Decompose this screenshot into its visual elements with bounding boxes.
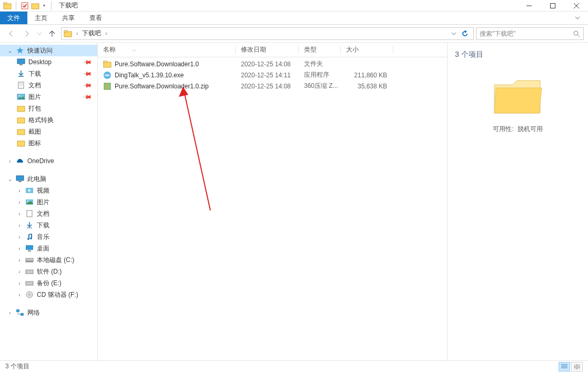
qat-dropdown-icon[interactable]: ▾ <box>42 2 47 10</box>
svg-rect-12 <box>17 59 25 64</box>
nav-up-button[interactable] <box>45 27 59 41</box>
ribbon-tab-share[interactable]: 共享 <box>55 12 82 24</box>
ribbon: 文件 主页 共享 查看 <box>0 12 588 25</box>
sidebar-item-desktop[interactable]: Desktop📌 <box>0 56 97 68</box>
column-header-date[interactable]: 修改日期 <box>236 43 299 57</box>
sidebar-item-downloads[interactable]: 下载📌 <box>0 68 97 79</box>
sidebar-item-drive-c[interactable]: ›本地磁盘 (C:) <box>0 254 97 266</box>
sidebar-quick-access[interactable]: ⌄ 快速访问 <box>0 45 97 56</box>
caret-right-icon: › <box>17 199 22 205</box>
cd-drive-icon <box>25 290 34 299</box>
sidebar-item-drive-e[interactable]: ›备份 (E:) <box>0 277 97 289</box>
column-header-type[interactable]: 类型 <box>299 43 341 57</box>
sidebar-item-videos[interactable]: ›视频 <box>0 185 97 196</box>
file-date: 2020-12-25 14:08 <box>236 61 299 68</box>
caret-right-icon: › <box>7 158 13 164</box>
file-row[interactable]: Pure.Software.Downloader1.0.zip 2020-12-… <box>98 81 447 92</box>
file-date: 2020-12-25 14:08 <box>236 83 299 90</box>
sidebar-label: 视频 <box>37 186 49 195</box>
sidebar-item-folder[interactable]: 格式转换 <box>0 114 97 126</box>
separator <box>51 2 52 10</box>
svg-rect-45 <box>107 83 108 89</box>
svg-line-11 <box>577 35 580 37</box>
ribbon-expand-icon[interactable] <box>567 12 588 24</box>
svg-rect-9 <box>64 31 67 32</box>
main-area: ⌄ 快速访问 Desktop📌 下载📌 文档📌 图片📌 打包 格式转换 截图 图… <box>0 43 588 360</box>
qat-newfolder-icon[interactable] <box>31 2 39 10</box>
breadcrumb-dropdown-icon[interactable] <box>449 27 459 41</box>
sidebar-item-drive-f[interactable]: ›CD 驱动器 (F:) <box>0 289 97 300</box>
column-headers: 名称︿ 修改日期 类型 大小 <box>98 43 447 57</box>
minimize-button[interactable] <box>517 0 541 12</box>
file-size: 211,860 KB <box>341 72 393 79</box>
svg-point-28 <box>27 200 29 202</box>
sidebar-label: 软件 (D:) <box>37 267 62 276</box>
search-input[interactable] <box>480 30 573 37</box>
view-details-button[interactable] <box>559 362 570 371</box>
downloads-icon <box>25 221 34 229</box>
column-header-size[interactable]: 大小 <box>341 43 393 57</box>
sidebar-item-documents[interactable]: 文档📌 <box>0 79 97 91</box>
pin-icon: 📌 <box>82 57 92 67</box>
nav-history-dropdown[interactable] <box>36 27 43 41</box>
exe-icon <box>103 71 111 79</box>
refresh-icon[interactable] <box>459 30 471 37</box>
sidebar-item-folder[interactable]: 图标 <box>0 137 97 149</box>
sidebar-this-pc[interactable]: ⌄此电脑 <box>0 173 97 185</box>
svg-rect-29 <box>27 210 32 217</box>
nav-back-button[interactable] <box>4 27 18 41</box>
sidebar-label: 格式转换 <box>28 116 54 125</box>
documents-icon <box>25 209 34 218</box>
sidebar-label: 备份 (E:) <box>37 279 62 288</box>
nav-forward-button[interactable] <box>20 27 34 41</box>
sidebar-onedrive[interactable]: ›OneDrive <box>0 155 97 167</box>
column-header-name[interactable]: 名称︿ <box>98 43 236 57</box>
sidebar-item-desktop2[interactable]: ›桌面 <box>0 243 97 254</box>
sidebar-item-pictures2[interactable]: ›图片 <box>0 196 97 208</box>
file-name: Pure.Software.Downloader1.0.zip <box>115 83 209 90</box>
caret-right-icon: › <box>17 211 22 217</box>
sidebar-label: 图片 <box>28 93 41 102</box>
sidebar-item-folder[interactable]: 打包 <box>0 103 97 114</box>
cloud-icon <box>16 157 24 165</box>
view-thumbnails-button[interactable] <box>571 362 583 371</box>
svg-rect-51 <box>574 367 576 369</box>
downloads-icon <box>17 69 25 78</box>
details-count: 3 个项目 <box>455 50 581 59</box>
sidebar-label: OneDrive <box>27 157 54 165</box>
details-availability: 可用性: 脱机可用 <box>455 125 581 134</box>
sidebar-item-music[interactable]: ›音乐 <box>0 231 97 243</box>
sidebar-item-documents2[interactable]: ›文档 <box>0 208 97 219</box>
sidebar-item-folder[interactable]: 截图 <box>0 126 97 137</box>
sidebar-network[interactable]: ›网络 <box>0 307 97 318</box>
svg-rect-21 <box>17 118 25 123</box>
sidebar-item-drive-d[interactable]: ›软件 (D:) <box>0 266 97 277</box>
sidebar-item-downloads2[interactable]: ›下载 <box>0 219 97 231</box>
file-type: 360压缩 Z... <box>299 82 341 91</box>
caret-right-icon: › <box>17 223 22 228</box>
file-row[interactable]: DingTalk_v5.1.39.10.exe 2020-12-25 14:11… <box>98 69 447 81</box>
ribbon-tab-file[interactable]: 文件 <box>0 12 27 24</box>
close-button[interactable] <box>564 0 588 12</box>
svg-point-10 <box>574 31 578 35</box>
qat-properties-icon[interactable] <box>21 2 29 10</box>
ribbon-tab-view[interactable]: 查看 <box>82 12 109 24</box>
pictures-icon <box>17 93 25 101</box>
svg-point-38 <box>29 294 31 296</box>
sidebar-label: 图片 <box>37 198 49 207</box>
maximize-button[interactable] <box>541 0 564 12</box>
chevron-right-icon[interactable]: › <box>103 31 109 36</box>
caret-right-icon: › <box>17 188 22 194</box>
sidebar-item-pictures[interactable]: 图片📌 <box>0 91 97 103</box>
ribbon-tab-home[interactable]: 主页 <box>27 12 55 24</box>
folder-icon <box>103 60 111 68</box>
file-row[interactable]: Pure.Software.Downloader1.0 2020-12-25 1… <box>98 58 447 69</box>
folder-icon <box>17 139 25 147</box>
search-icon[interactable] <box>573 30 580 37</box>
breadcrumb-segment[interactable]: 下载吧 <box>80 29 103 38</box>
searchbox[interactable] <box>476 27 584 40</box>
breadcrumb[interactable]: › 下载吧 › <box>61 27 474 40</box>
chevron-right-icon[interactable]: › <box>74 31 80 36</box>
pin-icon: 📌 <box>82 80 92 90</box>
sidebar-label: 快速访问 <box>27 46 53 55</box>
